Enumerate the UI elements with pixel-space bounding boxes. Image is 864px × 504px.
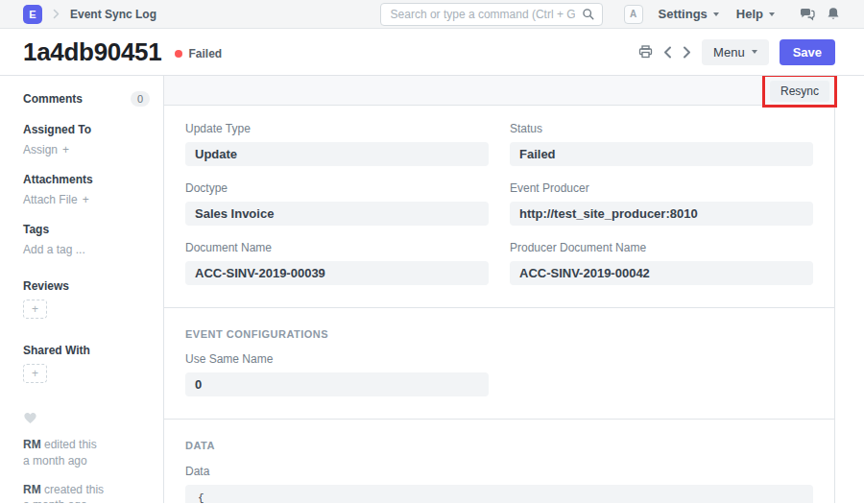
avatar[interactable]: A xyxy=(624,5,643,24)
add-tag-button[interactable]: Add a tag ... xyxy=(23,243,150,256)
status-label: Failed xyxy=(188,47,222,60)
comments-section[interactable]: Comments 0 xyxy=(23,91,150,107)
field-label: Update Type xyxy=(185,122,489,135)
help-label: Help xyxy=(736,7,763,21)
chat-icon[interactable] xyxy=(800,8,815,21)
tags-label: Tags xyxy=(23,223,150,236)
history-when: a month ago xyxy=(23,454,87,468)
field-label: Use Same Name xyxy=(185,352,489,366)
reviews-label: Reviews xyxy=(23,279,150,293)
help-menu[interactable]: Help xyxy=(736,7,775,21)
producer-document-name-input[interactable]: ACC-SINV-2019-00042 xyxy=(510,261,813,285)
event-producer-input[interactable]: http://test_site_producer:8010 xyxy=(510,202,813,226)
data-section-heading[interactable]: DATA xyxy=(185,440,813,451)
plus-icon: + xyxy=(83,193,89,206)
form-toolbar: Resync xyxy=(164,76,834,106)
history-action: created this xyxy=(44,483,104,496)
doctype-input[interactable]: Sales Invoice xyxy=(185,202,489,226)
navbar: E Event Sync Log A Settings Help xyxy=(0,0,864,29)
tags-section: Tags Add a tag ... xyxy=(23,223,150,256)
attach-file-button[interactable]: Attach File + xyxy=(23,193,150,206)
next-doc-button[interactable] xyxy=(683,46,691,59)
data-textarea[interactable]: { "added": { "items": [ { "actual_batch_… xyxy=(185,485,813,503)
attach-file-label: Attach File xyxy=(23,193,78,206)
attachments-label: Attachments xyxy=(23,173,150,186)
shared-with-label: Shared With xyxy=(23,344,150,357)
form-layout: Resync Update Type Update Status Failed … xyxy=(163,76,835,503)
field-label: Data xyxy=(185,465,813,478)
resync-button[interactable]: Resync xyxy=(770,81,829,102)
history-when: a month ago xyxy=(23,498,87,503)
field-update-type: Update Type Update xyxy=(185,122,489,166)
breadcrumb[interactable]: Event Sync Log xyxy=(70,8,156,21)
assigned-to-section: Assigned To Assign + xyxy=(23,123,150,156)
field-label: Producer Document Name xyxy=(510,241,813,254)
page-head: 1a4db90451 Failed Menu Save xyxy=(0,29,864,75)
page-actions: Menu Save xyxy=(638,39,835,65)
field-producer-document-name: Producer Document Name ACC-SINV-2019-000… xyxy=(510,241,813,285)
form-body: Update Type Update Status Failed Doctype… xyxy=(164,106,834,503)
comments-label: Comments xyxy=(23,92,83,106)
field-status: Status Failed xyxy=(510,122,813,166)
field-use-same-name: Use Same Name 0 xyxy=(185,352,489,396)
add-review-button[interactable]: + xyxy=(23,300,47,319)
caret-down-icon xyxy=(752,50,757,54)
update-type-input[interactable]: Update xyxy=(185,142,489,166)
assign-label: Assign xyxy=(23,143,58,156)
plus-icon: + xyxy=(62,143,69,156)
status-dot xyxy=(175,50,182,58)
field-data: Data { "added": { "items": [ { "actual_b… xyxy=(185,465,813,503)
heart-icon xyxy=(24,413,36,423)
breadcrumb-chevron-icon xyxy=(52,9,60,19)
history-user: RM xyxy=(23,483,41,496)
menu-label: Menu xyxy=(713,45,745,60)
page-content: Comments 0 Assigned To Assign + Attachme… xyxy=(0,75,864,503)
section-divider xyxy=(164,419,834,420)
document-name-input[interactable]: ACC-SINV-2019-00039 xyxy=(185,261,489,285)
search-input[interactable] xyxy=(380,3,603,26)
event-configurations-section-heading[interactable]: EVENT CONFIGURATIONS xyxy=(185,328,813,340)
assign-button[interactable]: Assign + xyxy=(23,143,150,156)
status-indicator: Failed xyxy=(175,47,222,60)
field-label: Doctype xyxy=(185,181,489,195)
add-tag-label: Add a tag ... xyxy=(23,243,85,256)
field-event-producer: Event Producer http://test_site_producer… xyxy=(510,181,813,226)
field-label: Event Producer xyxy=(510,181,813,195)
plus-icon: + xyxy=(32,302,38,316)
global-search xyxy=(380,3,603,26)
search-icon[interactable] xyxy=(582,8,595,21)
right-gutter xyxy=(835,76,864,503)
history-user: RM xyxy=(23,438,41,451)
like-button[interactable] xyxy=(23,411,150,424)
field-document-name: Document Name ACC-SINV-2019-00039 xyxy=(185,241,489,285)
history-action: edited this xyxy=(44,438,97,451)
plus-icon: + xyxy=(32,367,38,380)
status-input[interactable]: Failed xyxy=(510,142,813,166)
field-label: Status xyxy=(510,122,813,135)
print-button[interactable] xyxy=(638,45,653,59)
settings-menu[interactable]: Settings xyxy=(659,7,719,21)
menu-button[interactable]: Menu xyxy=(702,39,769,65)
annotation-highlight: Resync xyxy=(762,75,837,108)
app-logo[interactable]: E xyxy=(23,5,42,24)
field-doctype: Doctype Sales Invoice xyxy=(185,181,489,226)
attachments-section: Attachments Attach File + xyxy=(23,173,150,206)
page-title: 1a4db90451 xyxy=(23,37,161,67)
use-same-name-input[interactable]: 0 xyxy=(185,372,489,396)
comments-count-badge: 0 xyxy=(131,91,150,107)
caret-down-icon xyxy=(713,12,719,16)
share-button[interactable]: + xyxy=(23,364,47,383)
history-created[interactable]: RM created this a month ago xyxy=(23,482,150,503)
form-sidebar: Comments 0 Assigned To Assign + Attachme… xyxy=(0,76,163,503)
history-edited[interactable]: RM edited this a month ago xyxy=(23,437,150,469)
save-button[interactable]: Save xyxy=(780,39,835,65)
assigned-to-label: Assigned To xyxy=(23,123,150,136)
bell-icon[interactable] xyxy=(827,7,840,21)
shared-with-section: Shared With + xyxy=(23,344,150,383)
reviews-section: Reviews + xyxy=(23,279,150,319)
field-label: Document Name xyxy=(185,241,489,254)
section-divider xyxy=(164,307,834,308)
caret-down-icon xyxy=(769,12,775,16)
settings-label: Settings xyxy=(659,7,708,21)
prev-doc-button[interactable] xyxy=(663,46,672,59)
